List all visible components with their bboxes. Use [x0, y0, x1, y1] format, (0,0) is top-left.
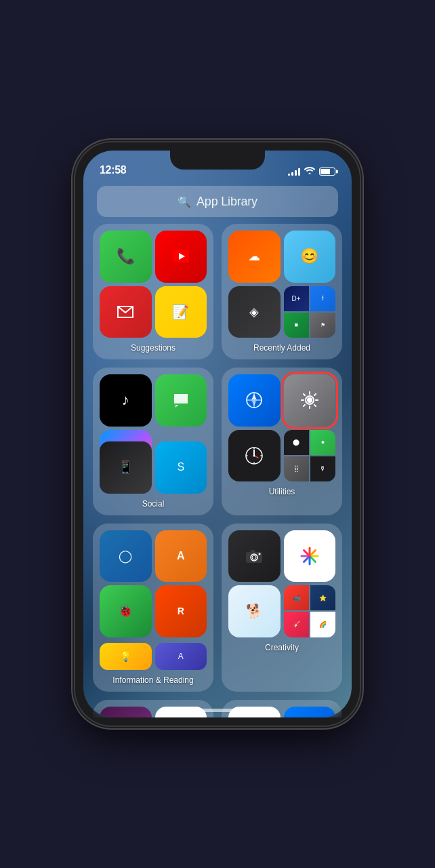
- app-wemo[interactable]: 🐞: [100, 585, 152, 637]
- app-reddit[interactable]: R: [155, 585, 207, 637]
- folder-label-recently-added: Recently Added: [228, 343, 335, 353]
- folder-creativity[interactable]: 🐕 📹 ⭐ 🎸 🌈 Creativity: [222, 524, 342, 692]
- notch: [170, 151, 265, 170]
- phone-frame: 12:58: [75, 142, 360, 726]
- app-slack[interactable]: #: [100, 707, 152, 718]
- home-indicator[interactable]: [177, 709, 258, 712]
- app-tiktok[interactable]: ♪: [100, 374, 152, 427]
- folder-information-reading[interactable]: ◯ A 🐞 R: [93, 524, 213, 692]
- utilities-mini-apps[interactable]: ⬤ ● ⣿ 🎙: [284, 430, 336, 482]
- folder-label-utilities: Utilities: [228, 487, 335, 496]
- app-airmail[interactable]: [100, 286, 152, 338]
- app-notes[interactable]: 📝: [155, 286, 207, 338]
- folder-utilities[interactable]: ⬤ ● ⣿ 🎙 Utilities: [222, 368, 342, 515]
- settings-highlighted: [284, 374, 336, 427]
- svg-point-12: [253, 454, 255, 456]
- app-skype[interactable]: S: [155, 441, 207, 494]
- app-darkroom[interactable]: ◈: [228, 286, 281, 338]
- folder-label-social: Social: [100, 499, 207, 509]
- app-safari[interactable]: [228, 374, 281, 427]
- app-photos[interactable]: [284, 530, 336, 583]
- folder-recently-added[interactable]: ☁ 😊 ◈ D+ f ■ ⚑: [222, 224, 342, 359]
- status-icons: [288, 166, 335, 176]
- battery-icon: [319, 167, 335, 176]
- app-soundcloud[interactable]: ☁: [228, 231, 281, 283]
- search-placeholder: App Library: [196, 195, 257, 209]
- app-youtube[interactable]: [155, 231, 207, 283]
- status-time: 12:58: [100, 164, 126, 176]
- app-audible[interactable]: A: [155, 530, 207, 583]
- folder-label-information-reading: Information & Reading: [100, 675, 207, 685]
- app-library-grid: 📞: [93, 224, 342, 717]
- creativity-mini-apps[interactable]: 📹 ⭐ 🎸 🌈: [284, 585, 336, 637]
- app-camera[interactable]: [228, 530, 281, 583]
- app-phone[interactable]: 📞: [100, 231, 152, 283]
- folder-label-creativity: Creativity: [228, 643, 335, 652]
- app-settings[interactable]: [284, 374, 336, 427]
- svg-point-21: [259, 553, 261, 555]
- app-clock[interactable]: [228, 430, 281, 482]
- svg-point-7: [307, 397, 312, 403]
- app-itsycal[interactable]: 😊: [284, 231, 336, 283]
- app-halide[interactable]: 📱: [100, 441, 152, 494]
- wifi-icon: [304, 166, 315, 176]
- app-library-search[interactable]: 🔍 App Library: [97, 186, 338, 217]
- folder-suggestions[interactable]: 📞: [93, 224, 213, 359]
- mini-apps-grid[interactable]: D+ f ■ ⚑: [284, 286, 336, 338]
- app-student[interactable]: 💡: [100, 643, 152, 670]
- app-family-night[interactable]: F N: [284, 707, 336, 718]
- signal-icon: [288, 167, 300, 176]
- app-cbs[interactable]: ◯: [100, 530, 152, 583]
- search-icon: 🔍: [178, 195, 191, 208]
- folder-social[interactable]: ♪ M: [93, 368, 213, 515]
- app-messages[interactable]: [155, 374, 207, 427]
- folder-label-suggestions: Suggestions: [100, 343, 207, 353]
- phone-screen: 12:58: [83, 151, 352, 717]
- app-creativity3[interactable]: 🐕: [228, 585, 281, 637]
- svg-rect-20: [251, 550, 255, 553]
- app-reading2[interactable]: A: [155, 643, 207, 670]
